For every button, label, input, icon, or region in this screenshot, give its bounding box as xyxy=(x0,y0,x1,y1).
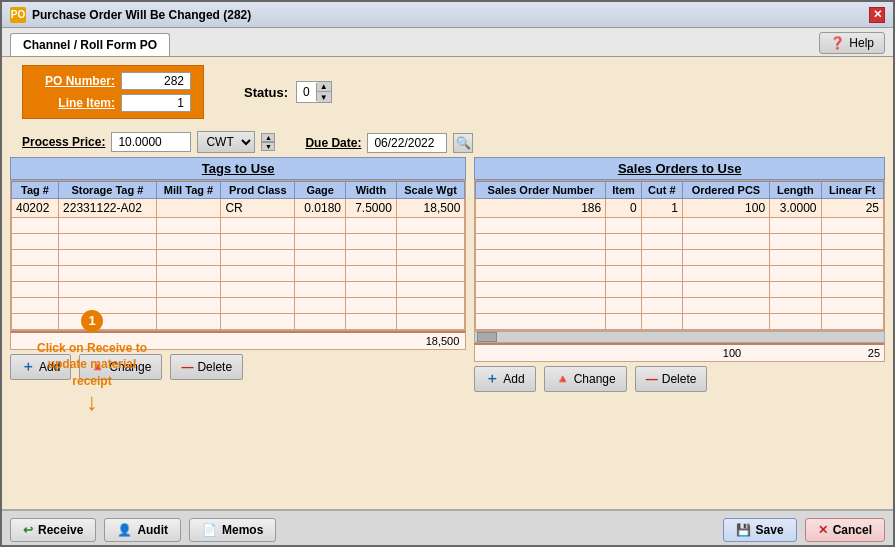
due-date-input[interactable] xyxy=(367,133,447,153)
form-section: Process Price: CWT ▲ ▼ Due Date: 🔍 xyxy=(2,127,893,157)
table-row xyxy=(12,250,465,266)
status-control: 0 ▲ ▼ xyxy=(296,81,332,103)
process-price-label: Process Price: xyxy=(22,135,105,149)
sales-col-length: Length xyxy=(770,182,821,199)
sales-grid-footer: 100 25 xyxy=(474,343,885,362)
title-bar: PO Purchase Order Will Be Changed (282) … xyxy=(2,2,893,28)
table-row xyxy=(476,314,884,330)
close-button[interactable]: ✕ xyxy=(869,7,885,23)
tags-delete-label: Delete xyxy=(197,360,232,374)
memos-label: Memos xyxy=(222,523,263,537)
sales-action-row: ＋ Add 🔺 Change — Delete xyxy=(474,362,885,396)
save-button[interactable]: 💾 Save xyxy=(723,518,797,542)
memos-button[interactable]: 📄 Memos xyxy=(189,518,276,542)
tags-col-storage: Storage Tag # xyxy=(59,182,157,199)
sales-grid-table: Sales Order Number Item Cut # Ordered PC… xyxy=(475,181,884,330)
sales-grid-title: Sales Orders to Use xyxy=(474,157,885,180)
audit-button[interactable]: 👤 Audit xyxy=(104,518,181,542)
po-info-box: PO Number: 282 Line Item: 1 xyxy=(22,65,204,119)
sales-scrollbar[interactable] xyxy=(474,331,885,343)
tags-col-scale: Scale Wgt xyxy=(396,182,464,199)
status-value: 0 xyxy=(297,83,317,101)
table-row xyxy=(476,298,884,314)
status-down-arrow[interactable]: ▼ xyxy=(317,92,331,102)
process-price-input[interactable] xyxy=(111,132,191,152)
line-item-value: 1 xyxy=(121,94,191,112)
sales-add-button[interactable]: ＋ Add xyxy=(474,366,535,392)
help-icon: ❓ xyxy=(830,36,845,50)
unit-select[interactable]: CWT xyxy=(197,131,255,153)
tags-grid-table: Tag # Storage Tag # Mill Tag # Prod Clas… xyxy=(11,181,465,330)
bottom-toolbar: ↩ Receive 👤 Audit 📄 Memos 💾 Save ✕ Cance… xyxy=(2,509,893,547)
sales-change-button[interactable]: 🔺 Change xyxy=(544,366,627,392)
due-date-row: Due Date: 🔍 xyxy=(305,133,473,153)
tags-delete-button[interactable]: — Delete xyxy=(170,354,243,380)
status-label: Status: xyxy=(244,85,288,100)
annotation-arrow: ↓ xyxy=(12,390,172,414)
scrollbar-thumb xyxy=(477,332,497,342)
sales-col-ordered: Ordered PCS xyxy=(682,182,769,199)
price-spin-up[interactable]: ▲ xyxy=(261,133,275,142)
sales-col-cut: Cut # xyxy=(641,182,682,199)
status-up-arrow[interactable]: ▲ xyxy=(317,82,331,92)
save-label: Save xyxy=(756,523,784,537)
table-row xyxy=(476,234,884,250)
table-row xyxy=(12,218,465,234)
annotation-text: Click on Receive toupdate materialreceip… xyxy=(12,340,172,390)
tags-grid-title: Tags to Use xyxy=(10,157,466,180)
table-row xyxy=(476,266,884,282)
receive-icon: ↩ xyxy=(23,523,33,537)
cancel-button[interactable]: ✕ Cancel xyxy=(805,518,885,542)
save-icon: 💾 xyxy=(736,523,751,537)
process-price-row: Process Price: CWT ▲ ▼ xyxy=(22,131,275,153)
sales-grid-panel: Sales Orders to Use Sales Order Number I… xyxy=(474,157,885,509)
table-row xyxy=(12,266,465,282)
line-item-label: Line Item: xyxy=(35,96,115,110)
table-row xyxy=(476,250,884,266)
memos-icon: 📄 xyxy=(202,523,217,537)
cancel-icon: ✕ xyxy=(818,523,828,537)
po-number-value: 282 xyxy=(121,72,191,90)
header-section: PO Number: 282 Line Item: 1 Status: 0 ▲ … xyxy=(2,57,893,127)
help-label: Help xyxy=(849,36,874,50)
help-button[interactable]: ❓ Help xyxy=(819,32,885,54)
sales-col-linear: Linear Ft xyxy=(821,182,883,199)
window-title: Purchase Order Will Be Changed (282) xyxy=(32,8,251,22)
app-icon: PO xyxy=(10,7,26,23)
tags-col-width: Width xyxy=(346,182,397,199)
price-spin-down[interactable]: ▼ xyxy=(261,142,275,151)
change-icon: 🔺 xyxy=(555,372,570,386)
price-spinner: ▲ ▼ xyxy=(261,133,275,151)
tags-col-prod: Prod Class xyxy=(221,182,295,199)
sales-change-label: Change xyxy=(574,372,616,386)
table-row xyxy=(12,282,465,298)
sales-delete-label: Delete xyxy=(662,372,697,386)
tags-col-mill: Mill Tag # xyxy=(156,182,221,199)
table-row[interactable]: 40202 22331122-A02 CR 0.0180 7.5000 18,5… xyxy=(12,199,465,218)
add-icon: ＋ xyxy=(485,370,499,388)
content-area: PO Number: 282 Line Item: 1 Status: 0 ▲ … xyxy=(2,57,893,509)
sales-col-item: Item xyxy=(606,182,642,199)
table-row[interactable]: 186 0 1 100 3.0000 25 xyxy=(476,199,884,218)
receive-label: Receive xyxy=(38,523,83,537)
tags-col-gage: Gage xyxy=(295,182,346,199)
audit-label: Audit xyxy=(137,523,168,537)
sales-footer-linear: 25 xyxy=(811,345,884,361)
sales-footer-pcs: 100 xyxy=(672,345,745,361)
table-row xyxy=(476,282,884,298)
sales-delete-button[interactable]: — Delete xyxy=(635,366,708,392)
sales-add-label: Add xyxy=(503,372,524,386)
date-search-button[interactable]: 🔍 xyxy=(453,133,473,153)
audit-icon: 👤 xyxy=(117,523,132,537)
due-date-label: Due Date: xyxy=(305,136,361,150)
tab-channel-roll-form-po[interactable]: Channel / Roll Form PO xyxy=(10,33,170,56)
po-number-label: PO Number: xyxy=(35,74,115,88)
receive-button[interactable]: ↩ Receive xyxy=(10,518,96,542)
sales-col-number: Sales Order Number xyxy=(476,182,606,199)
tags-col-tag: Tag # xyxy=(12,182,59,199)
table-row xyxy=(12,234,465,250)
cancel-label: Cancel xyxy=(833,523,872,537)
annotation: 1 Click on Receive toupdate materialrece… xyxy=(12,310,172,414)
delete-icon: — xyxy=(646,372,658,386)
annotation-circle: 1 xyxy=(81,310,103,332)
